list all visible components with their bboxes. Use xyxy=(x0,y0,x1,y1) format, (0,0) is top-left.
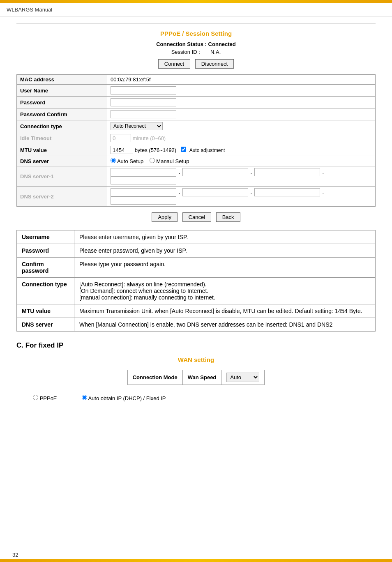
auto-obtain-option[interactable]: Auto obtain IP (DHCP) / Fixed IP xyxy=(82,395,166,401)
password-confirm-label: Password Confirm xyxy=(17,108,107,120)
fixed-ip-heading: C. For fixed IP xyxy=(16,341,376,350)
dns1-oct1[interactable] xyxy=(111,168,176,176)
password-row: Password xyxy=(17,97,376,108)
info-row-dns: DNS server When [Manual Connection] is e… xyxy=(17,318,376,332)
connection-type-label: Connection type xyxy=(17,120,107,132)
apply-button[interactable]: Apply xyxy=(152,212,178,222)
pppoe-radio[interactable] xyxy=(33,395,38,400)
mtu-row: MTU value bytes (576~1492) Auto adjustme… xyxy=(17,144,376,156)
mac-address-row: MAC address 00:0a:79:81:ef:5f xyxy=(17,75,376,85)
mac-address-label: MAC address xyxy=(17,75,107,85)
auto-adjustment-checkbox[interactable] xyxy=(181,147,186,152)
bottom-bar xyxy=(0,559,392,562)
connection-status: Connection Status : Connected xyxy=(16,41,376,47)
dns-auto-label[interactable]: Auto Setup xyxy=(111,158,145,164)
connection-mode-cell: Connection Mode xyxy=(127,370,182,385)
dns2-oct2[interactable] xyxy=(182,188,248,196)
info-row-confirm-password: Confirm password Please type your passwo… xyxy=(17,258,376,278)
cancel-button[interactable]: Cancel xyxy=(182,212,211,222)
info-term-password: Password xyxy=(17,244,74,258)
idle-timeout-suffix: minute (0~60) xyxy=(133,135,166,141)
wan-table-row: Connection Mode Wan Speed Auto 10M Half … xyxy=(127,370,265,385)
dns-server2-cell: . . . xyxy=(107,187,376,207)
pppoe-option[interactable]: PPPoE xyxy=(33,395,57,401)
password-confirm-cell xyxy=(107,108,376,120)
settings-table: MAC address 00:0a:79:81:ef:5f User Name … xyxy=(16,74,376,207)
dns2-oct3[interactable] xyxy=(254,188,320,196)
info-row-mtu: MTU value Maximum Transmission Unit. whe… xyxy=(17,304,376,318)
connection-status-label: Connection Status : Connected xyxy=(156,41,236,47)
info-term-confirm-password: Confirm password xyxy=(17,258,74,278)
dns-server2-row: DNS server-2 . . . xyxy=(17,187,376,207)
info-desc-confirm-password: Please type your password again. xyxy=(74,258,376,278)
dns-server1-cell: . . . xyxy=(107,166,376,187)
disconnect-button[interactable]: Disconnect xyxy=(195,59,234,69)
info-row-username: Username Please enter username, given by… xyxy=(17,230,376,244)
username-input[interactable] xyxy=(111,86,176,94)
dns-auto-text: Auto Setup xyxy=(117,158,143,164)
info-desc-password: Please enter password, given by your ISP… xyxy=(74,244,376,258)
dns-manual-label[interactable]: Manaul Setup xyxy=(150,158,189,164)
password-confirm-input[interactable] xyxy=(111,110,176,118)
dns-auto-radio[interactable] xyxy=(111,158,116,163)
username-label: User Name xyxy=(17,85,107,97)
mtu-input[interactable] xyxy=(111,146,133,154)
auto-adjustment-label: Auto adjustment xyxy=(189,147,225,153)
top-bar xyxy=(0,0,392,3)
connect-button[interactable]: Connect xyxy=(158,59,190,69)
info-term-connection-type: Connection type xyxy=(17,278,74,304)
username-cell xyxy=(107,85,376,97)
idle-timeout-label: Idle Timeout xyxy=(17,132,107,144)
auto-obtain-label: Auto obtain IP (DHCP) / Fixed IP xyxy=(88,395,166,401)
connection-type-cell: Auto Reconect On Demand Manual connectio… xyxy=(107,120,376,132)
info-row-connection-type: Connection type [Auto Reconnect]: always… xyxy=(17,278,376,304)
dns-manual-radio[interactable] xyxy=(150,158,155,163)
password-input[interactable] xyxy=(111,98,176,106)
dns2-oct4[interactable] xyxy=(111,196,176,205)
dot5: . xyxy=(251,189,252,195)
session-id-label: Session ID : xyxy=(171,49,200,55)
dns2-oct1[interactable] xyxy=(111,188,176,196)
connect-buttons: Connect Disconnect xyxy=(16,59,376,69)
wan-speed-cell: Wan Speed xyxy=(182,370,221,385)
info-row-password: Password Please enter password, given by… xyxy=(17,244,376,258)
idle-timeout-cell: minute (0~60) xyxy=(107,132,376,144)
dns-server-row: DNS server Auto Setup Manaul Setup xyxy=(17,156,376,166)
pppoe-label: PPPoE xyxy=(40,395,57,401)
wan-speed-select[interactable]: Auto 10M Half 10M Full 100M Half 100M Fu… xyxy=(226,373,259,382)
info-desc-mtu: Maximum Transmission Unit. when [Auto Re… xyxy=(74,304,376,318)
wan-setting-title: WAN setting xyxy=(16,356,376,363)
dns-server1-label: DNS server-1 xyxy=(17,166,107,187)
password-confirm-row: Password Confirm xyxy=(17,108,376,120)
auto-obtain-radio[interactable] xyxy=(82,395,87,400)
dns-server1-row: DNS server-1 . . . xyxy=(17,166,376,187)
dns1-oct3[interactable] xyxy=(254,168,320,176)
idle-timeout-row: Idle Timeout minute (0~60) xyxy=(17,132,376,144)
info-term-dns: DNS server xyxy=(17,318,74,332)
connection-type-select[interactable]: Auto Reconect On Demand Manual connectio… xyxy=(111,122,163,130)
connection-type-row: Connection type Auto Reconect On Demand … xyxy=(17,120,376,132)
session-id-value: N.A. xyxy=(210,49,221,55)
info-desc-username: Please enter username, given by your ISP… xyxy=(74,230,376,244)
dns1-oct2[interactable] xyxy=(182,168,248,176)
dns-server2-label: DNS server-2 xyxy=(17,187,107,207)
dns1-oct4[interactable] xyxy=(111,176,176,184)
dns-manual-text: Manaul Setup xyxy=(156,158,189,164)
mtu-label: MTU value xyxy=(17,144,107,156)
action-buttons: Apply Cancel Back xyxy=(16,212,376,222)
username-row: User Name xyxy=(17,85,376,97)
idle-timeout-input[interactable] xyxy=(111,134,131,142)
mtu-suffix: bytes (576~1492) xyxy=(135,147,177,153)
dot2: . xyxy=(251,169,252,175)
back-button[interactable]: Back xyxy=(216,212,240,222)
mtu-cell: bytes (576~1492) Auto adjustment xyxy=(107,144,376,156)
page-content: PPPoE / Session Setting Connection Statu… xyxy=(0,16,392,411)
dns-server-cell: Auto Setup Manaul Setup xyxy=(107,156,376,166)
mac-address-value: 00:0a:79:81:ef:5f xyxy=(107,75,376,85)
page-number: 32 xyxy=(12,552,18,558)
manual-title: WLBARGS Manual xyxy=(7,7,52,13)
wan-table: Connection Mode Wan Speed Auto 10M Half … xyxy=(127,370,265,385)
pppoe-title: PPPoE / Session Setting xyxy=(16,30,376,37)
wan-speed-select-cell: Auto 10M Half 10M Full 100M Half 100M Fu… xyxy=(221,370,265,385)
password-cell xyxy=(107,97,376,108)
